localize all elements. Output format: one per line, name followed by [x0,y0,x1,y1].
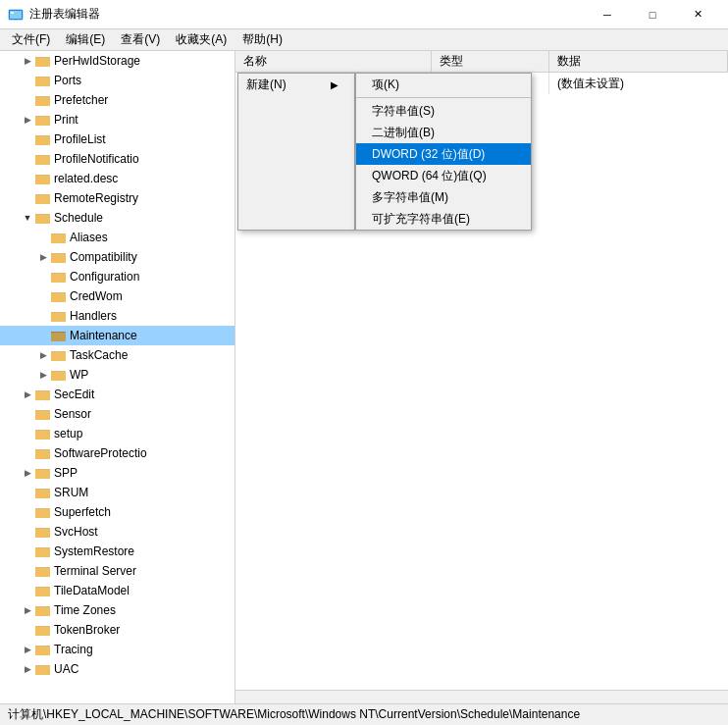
tree-item-Aliases[interactable]: ▶ Aliases [0,228,234,247]
tree-item-CredWom[interactable]: ▶ CredWom [0,286,234,306]
cell-data: (数值未设置) [549,73,728,94]
submenu-divider [356,97,531,98]
svg-rect-23 [35,176,50,184]
tree-label: Schedule [54,211,103,225]
horizontal-scrollbar[interactable] [235,690,728,703]
tree-item-TileDataModel[interactable]: ▶ TileDataModel [0,581,234,600]
tree-item-Sensor[interactable]: ▶ Sensor [0,404,234,424]
tree-item-RemoteRegistry[interactable]: ▶ RemoteRegistry [0,188,234,208]
tree-item-Handlers[interactable]: ▶ Handlers [0,306,234,326]
svg-rect-89 [35,607,50,616]
tree-item-Print[interactable]: ▶ Print [0,110,234,129]
main-content: ▶ PerHwIdStorage ▶ Ports ▶ Prefetcher [0,51,728,703]
tree-item-TerminalServer[interactable]: ▶ Terminal Server [0,561,234,581]
tree-item-Ports[interactable]: ▶ Ports [0,71,234,90]
tree-item-TaskCache[interactable]: ▶ TaskCache [0,345,234,365]
svg-rect-86 [35,588,50,596]
svg-rect-32 [51,234,66,243]
menu-favorites[interactable]: 收藏夹(A) [168,29,234,50]
submenu-item-binary[interactable]: 二进制值(B) [356,122,531,143]
tree-item-setup[interactable]: ▶ setup [0,424,234,443]
folder-icon [35,525,51,539]
tree-label: Ports [54,74,81,87]
tree-item-UAC[interactable]: ▶ UAC [0,659,234,679]
tree-item-Tracing[interactable]: ▶ Tracing [0,640,234,659]
folder-icon [35,446,51,460]
tree-label: TokenBroker [54,623,120,637]
tree-item-SRUM[interactable]: ▶ SRUM [0,483,234,502]
submenu-item-key[interactable]: 项(K) [356,74,531,95]
maximize-button[interactable]: □ [630,0,675,29]
submenu-item-qword[interactable]: QWORD (64 位)值(Q) [356,165,531,186]
tree-label: UAC [54,662,78,676]
tree-item-TokenBroker[interactable]: ▶ TokenBroker [0,620,234,640]
folder-icon [35,643,51,656]
tree-item-Prefetcher[interactable]: ▶ Prefetcher [0,90,234,110]
tree-label: Maintenance [70,329,137,342]
tree-item-related.desc[interactable]: ▶ related.desc [0,169,234,188]
folder-icon [35,74,51,87]
tree-label: Superfetch [54,505,111,519]
tree-item-Maintenance[interactable]: ▶ Maintenance [0,326,234,345]
folder-icon [35,662,51,676]
submenu-item-string[interactable]: 字符串值(S) [356,100,531,122]
svg-rect-14 [35,117,50,126]
status-path: 计算机\HKEY_LOCAL_MACHINE\SOFTWARE\Microsof… [8,706,580,723]
tree-item-TimeZones[interactable]: ▶ Time Zones [0,600,234,620]
svg-rect-41 [51,293,66,302]
folder-icon [35,132,51,146]
tree-item-WP[interactable]: ▶ WP [0,365,234,385]
tree-item-SecEdit[interactable]: ▶ SecEdit [0,385,234,404]
svg-rect-2 [11,12,14,14]
tree-item-ProfileNotificatio[interactable]: ▶ ProfileNotificatio [0,149,234,169]
svg-rect-47 [51,333,66,341]
tree-item-PerHwIdStorage[interactable]: ▶ PerHwIdStorage [0,51,234,71]
svg-rect-68 [35,470,50,479]
tree-label: setup [54,427,82,440]
folder-icon [51,329,67,342]
submenu-item-multistring[interactable]: 多字符串值(M) [356,186,531,208]
folder-icon [35,54,51,68]
folder-icon [35,427,51,440]
submenu-label: QWORD (64 位)值(Q) [372,168,487,184]
tree-item-Compatibility[interactable]: ▶ Compatibility [0,247,234,267]
right-panel: 名称 类型 数据 ab| (默认) REG_SZ (数值未设置) 新建(N) ▶ [235,51,728,703]
svg-rect-71 [35,490,50,498]
tree-panel[interactable]: ▶ PerHwIdStorage ▶ Ports ▶ Prefetcher [0,51,235,703]
tree-label: SystemRestore [54,544,134,558]
folder-icon [35,152,51,166]
tree-item-SystemRestore[interactable]: ▶ SystemRestore [0,542,234,561]
tree-item-Schedule[interactable]: ▼ Schedule [0,208,234,228]
menu-file[interactable]: 文件(F) [4,29,58,50]
tree-label: related.desc [54,172,118,185]
tree-label: SvcHost [54,525,98,539]
svg-rect-5 [35,58,50,67]
close-button[interactable]: ✕ [675,0,720,29]
tree-arrow-SecEdit: ▶ [20,387,35,402]
tree-item-SPP[interactable]: ▶ SPP [0,463,234,483]
app-icon [8,7,24,23]
svg-rect-53 [51,372,66,381]
folder-icon [35,172,51,185]
context-menu-item-new[interactable]: 新建(N) ▶ [238,74,354,95]
menu-edit[interactable]: 编辑(E) [58,29,113,50]
tree-label: PerHwIdStorage [54,54,140,68]
submenu-item-expandstring[interactable]: 可扩充字符串值(E) [356,208,531,230]
tree-item-Configuration[interactable]: ▶ Configuration [0,267,234,286]
tree-item-Superfetch[interactable]: ▶ Superfetch [0,502,234,522]
context-menu-container: 新建(N) ▶ 项(K) 字符串值(S) 二进制值(B) DWORD (32 位… [237,73,532,231]
svg-rect-35 [51,254,66,263]
tree-item-ProfileList[interactable]: ▶ ProfileList [0,129,234,149]
tree-label: Handlers [70,309,117,323]
folder-icon [35,388,51,401]
col-header-data: 数据 [549,51,728,72]
folder-icon [35,407,51,421]
tree-item-SvcHost[interactable]: ▶ SvcHost [0,522,234,542]
menu-help[interactable]: 帮助(H) [234,29,290,50]
menu-view[interactable]: 查看(V) [113,29,168,50]
tree-item-SoftwareProtectio[interactable]: ▶ SoftwareProtectio [0,443,234,463]
submenu-item-dword[interactable]: DWORD (32 位)值(D) [356,143,531,165]
submenu-label: 二进制值(B) [372,125,435,141]
tree-label: SPP [54,466,78,480]
minimize-button[interactable]: ─ [585,0,630,29]
